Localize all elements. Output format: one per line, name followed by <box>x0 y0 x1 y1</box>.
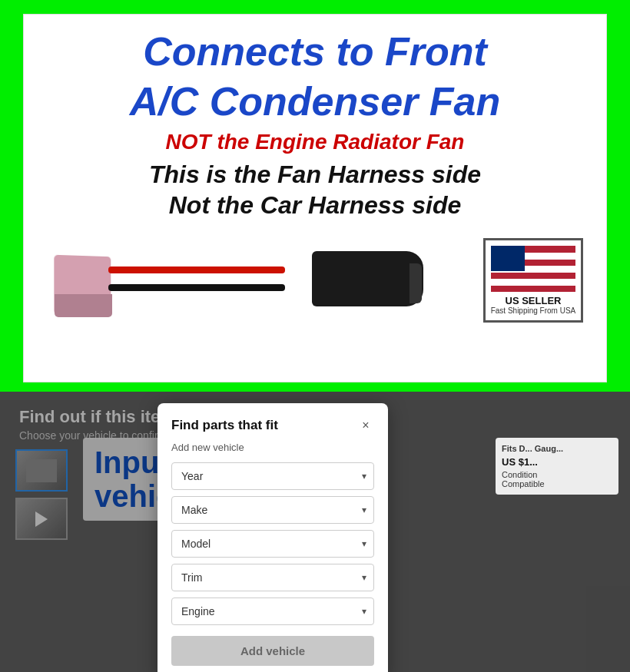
headline-fan: A/C Condenser Fan <box>130 80 501 124</box>
add-vehicle-button[interactable]: Add vehicle <box>171 636 374 666</box>
modal-close-button[interactable]: × <box>357 417 374 434</box>
product-image-container: Connects to Front A/C Condenser Fan NOT … <box>23 14 607 382</box>
modal-header: Find parts that fit × <box>171 417 374 434</box>
harness-illustration <box>47 234 423 326</box>
us-seller-label: US SELLER <box>506 295 562 306</box>
find-parts-modal: Find parts that fit × Add new vehicle Ye… <box>158 403 388 672</box>
year-select[interactable]: Year <box>171 462 374 490</box>
product-condition: Condition <box>502 470 612 479</box>
flag-canton <box>491 246 525 271</box>
engine-select-wrapper: Engine ▾ <box>171 598 374 625</box>
connector-ridge <box>410 263 422 303</box>
headline-car-harness: Not the Car Harness side <box>169 190 462 220</box>
connector-body <box>312 251 423 306</box>
modal-add-vehicle-label: Add new vehicle <box>171 442 374 453</box>
make-select-wrapper: Make ▾ <box>171 496 374 524</box>
year-select-wrapper: Year ▾ <box>171 462 374 490</box>
headline-connects: Connects to Front <box>143 30 487 74</box>
wire-black <box>108 284 285 291</box>
connector-left-bottom <box>55 294 112 317</box>
make-select[interactable]: Make <box>171 496 374 524</box>
product-compatible: Compatible <box>502 479 612 488</box>
fast-ship-label: Fast Shipping From USA <box>491 306 576 315</box>
product-snippet: Fits D... Gaug... US $1... Condition Com… <box>496 438 618 495</box>
product-price: US $1... <box>502 456 612 468</box>
headline-fan-harness: This is the Fan Harness side <box>149 159 481 190</box>
bottom-section: Find out if this item fits Choose your v… <box>0 392 630 672</box>
us-seller-badge: US SELLER Fast Shipping From USA <box>483 238 583 323</box>
trim-select-wrapper: Trim ▾ <box>171 564 374 591</box>
find-fits-panel: Find out if this item fits Choose your v… <box>0 392 630 672</box>
model-select-wrapper: Model ▾ <box>171 530 374 558</box>
wire-red <box>108 266 285 273</box>
product-snippet-title: Fits D... Gaug... <box>502 444 612 453</box>
trim-select[interactable]: Trim <box>171 564 374 591</box>
us-flag <box>491 246 575 292</box>
product-image-inner: Connects to Front A/C Condenser Fan NOT … <box>24 15 606 382</box>
product-visual-row: US SELLER Fast Shipping From USA <box>47 234 583 326</box>
headline-not-engine: NOT the Engine Radiator Fan <box>166 130 465 154</box>
model-select[interactable]: Model <box>171 530 374 558</box>
engine-select[interactable]: Engine <box>171 598 374 625</box>
modal-title: Find parts that fit <box>171 418 278 433</box>
